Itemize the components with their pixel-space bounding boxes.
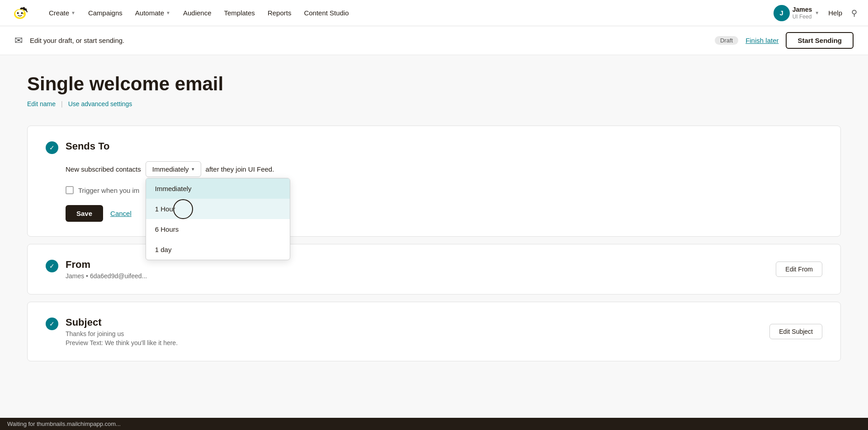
user-menu[interactable]: J James UI Feed ▼ xyxy=(774,5,820,21)
automate-chevron: ▼ xyxy=(166,10,170,15)
nav-automate[interactable]: Automate ▼ xyxy=(130,6,176,19)
subject-header: ✓ Subject Thanks for joining us Preview … xyxy=(46,317,769,346)
description-after: after they join UI Feed. xyxy=(206,165,274,173)
trigger-checkbox[interactable] xyxy=(66,186,74,194)
sends-to-header: ✓ Sends To xyxy=(46,140,822,154)
page-meta: Edit name | Use advanced settings xyxy=(27,100,841,108)
subject-check: ✓ xyxy=(46,318,58,330)
draft-bar-text: Edit your draft, or start sending. xyxy=(30,37,708,44)
subject-value: Thanks for joining us xyxy=(66,330,178,337)
mailchimp-logo[interactable] xyxy=(11,4,29,22)
dropdown-wrapper: Immediately ▾ Immediately 1 Hour xyxy=(146,161,201,177)
timing-dropdown[interactable]: Immediately ▾ xyxy=(146,161,201,177)
from-value: James • 6da6ed9d@uifeed... xyxy=(66,272,147,280)
sends-to-title: Sends To xyxy=(66,140,109,152)
option-6-hours[interactable]: 6 Hours xyxy=(146,219,290,239)
draft-icon: ✉ xyxy=(14,35,23,47)
nav-audience[interactable]: Audience xyxy=(178,6,217,19)
description-before: New subscribed contacts xyxy=(66,165,141,173)
nav-links: Create ▼ Campaigns Automate ▼ Audience T… xyxy=(43,6,759,19)
cancel-button[interactable]: Cancel xyxy=(110,210,132,217)
username-label: James xyxy=(793,5,812,14)
finish-later-button[interactable]: Finish later xyxy=(745,37,778,44)
draft-actions: Finish later Start Sending xyxy=(745,32,854,49)
nav-templates[interactable]: Templates xyxy=(219,6,260,19)
edit-name-link[interactable]: Edit name xyxy=(27,100,56,108)
from-title: From xyxy=(66,259,147,271)
user-subtitle: UI Feed xyxy=(793,14,812,21)
advanced-settings-link[interactable]: Use advanced settings xyxy=(68,100,132,108)
svg-point-3 xyxy=(21,12,23,14)
nav-right: J James UI Feed ▼ Help ⚲ xyxy=(774,5,857,21)
top-navigation: Create ▼ Campaigns Automate ▼ Audience T… xyxy=(0,0,868,26)
svg-point-4 xyxy=(23,12,25,14)
help-link[interactable]: Help xyxy=(828,9,842,17)
edit-subject-button[interactable]: Edit Subject xyxy=(769,324,822,339)
dropdown-value: Immediately xyxy=(152,165,189,173)
edit-from-button[interactable]: Edit From xyxy=(776,262,822,277)
sends-to-check: ✓ xyxy=(46,141,58,154)
nav-create[interactable]: Create ▼ xyxy=(43,6,81,19)
svg-point-2 xyxy=(17,12,19,14)
subject-title: Subject xyxy=(66,317,178,328)
create-chevron: ▼ xyxy=(71,10,75,15)
sends-to-section: ✓ Sends To New subscribed contacts Immed… xyxy=(27,126,841,237)
preview-text: Preview Text: We think you'll like it he… xyxy=(66,339,178,346)
subject-section: ✓ Subject Thanks for joining us Preview … xyxy=(27,302,841,361)
dropdown-arrow-icon: ▾ xyxy=(192,166,194,172)
draft-bar: ✉ Edit your draft, or start sending. Dra… xyxy=(0,26,868,55)
user-avatar: J xyxy=(774,5,790,21)
from-check: ✓ xyxy=(46,260,58,272)
nav-campaigns[interactable]: Campaigns xyxy=(83,6,128,19)
meta-divider: | xyxy=(61,100,63,108)
sends-to-row: New subscribed contacts Immediately ▾ Im… xyxy=(66,161,822,177)
sends-to-body: New subscribed contacts Immediately ▾ Im… xyxy=(66,161,822,222)
from-header: ✓ From James • 6da6ed9d@uifeed... xyxy=(46,259,776,280)
page-content: Single welcome email Edit name | Use adv… xyxy=(0,55,868,387)
trigger-label: Trigger when you im xyxy=(78,187,139,194)
nav-reports[interactable]: Reports xyxy=(262,6,297,19)
page-title: Single welcome email xyxy=(27,73,841,95)
option-immediately[interactable]: Immediately xyxy=(146,178,290,199)
user-chevron: ▼ xyxy=(815,10,819,15)
option-1-day[interactable]: 1 day xyxy=(146,239,290,260)
start-sending-button[interactable]: Start Sending xyxy=(786,32,854,49)
save-button[interactable]: Save xyxy=(66,205,103,222)
nav-content-studio[interactable]: Content Studio xyxy=(298,6,354,19)
cursor-indicator xyxy=(173,199,193,219)
timing-dropdown-menu: Immediately 1 Hour 6 Hours 1 day xyxy=(146,178,290,260)
option-1-hour[interactable]: 1 Hour xyxy=(146,199,290,219)
search-icon[interactable]: ⚲ xyxy=(851,8,857,18)
draft-badge: Draft xyxy=(715,36,738,45)
